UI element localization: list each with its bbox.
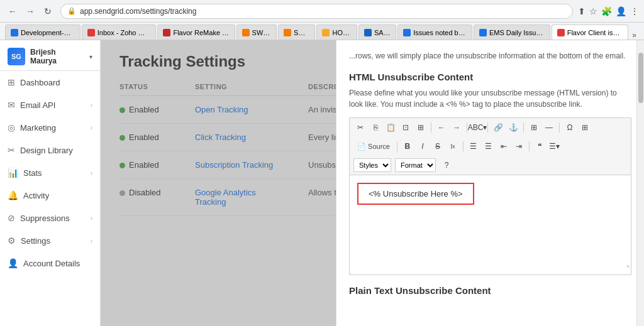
- url-text: app.sendgrid.com/settings/tracking: [80, 7, 196, 16]
- unordered-list-button[interactable]: ☰: [482, 139, 496, 153]
- source-button[interactable]: 📄 Source: [353, 139, 394, 153]
- tab-label: Issues noted by Jig...: [413, 29, 467, 36]
- tab-favicon: [403, 29, 411, 36]
- chevron-right-icon: ›: [91, 215, 92, 222]
- sidebar-item-design-library[interactable]: ✂ Design Library: [0, 139, 100, 161]
- sidebar-item-marketing[interactable]: ◎ Marketing ›: [0, 116, 100, 139]
- hline-button[interactable]: —: [542, 121, 556, 134]
- ordered-list-button[interactable]: ☰: [467, 139, 480, 153]
- more-icon[interactable]: ⋮: [630, 6, 639, 16]
- link-button[interactable]: 🔗: [491, 121, 505, 134]
- special-char-button[interactable]: Ω: [563, 121, 577, 134]
- redo-button[interactable]: →: [450, 121, 464, 134]
- blockquote-button[interactable]: ❝: [533, 139, 547, 153]
- paste-button[interactable]: 📋: [384, 121, 397, 134]
- tab-dev-gene[interactable]: Development-Gene...: [5, 24, 80, 40]
- sidebar-item-suppressions[interactable]: ⊘ Suppressions ›: [0, 207, 100, 229]
- maximize-button[interactable]: ⊞: [578, 121, 592, 134]
- settings-icon: ⚙: [8, 236, 16, 246]
- sidebar-item-label: Design Library: [20, 146, 73, 155]
- scrollbar[interactable]: [636, 40, 644, 326]
- scrollbar-thumb[interactable]: [638, 53, 643, 103]
- separator: [487, 122, 488, 133]
- tab-label: SPICY: [294, 29, 309, 36]
- cut-button[interactable]: ✂: [353, 121, 367, 134]
- tab-flavor-client[interactable]: Flavor Client issue T...: [552, 24, 629, 40]
- italic-button[interactable]: I: [416, 139, 430, 153]
- forward-button[interactable]: →: [23, 4, 38, 19]
- paste-word-button[interactable]: ⊞: [414, 121, 428, 134]
- tab-label: Inbox - Zoho Mail (j...: [97, 29, 151, 36]
- tab-issues[interactable]: Issues noted by Jig...: [397, 24, 472, 40]
- undo-button[interactable]: ←: [435, 121, 448, 134]
- tab-label: EMS Daily Issue Re...: [489, 29, 545, 36]
- unsubscribe-placeholder: <% Unsubscribe Here %>: [357, 183, 474, 205]
- help-button[interactable]: ?: [440, 158, 453, 172]
- sidebar-item-dashboard[interactable]: ⊞ Dashboard: [0, 71, 100, 94]
- tab-favicon: [479, 29, 487, 36]
- plain-text-section: Plain Text Unsubscribe Content: [349, 285, 631, 296]
- content-area: ✔ Success! Tracking Settings STATUS SETT…: [101, 40, 644, 326]
- chevron-down-icon[interactable]: ▾: [89, 53, 92, 60]
- extensions-icon[interactable]: 🧩: [601, 6, 612, 16]
- tab-label: Development-Gene...: [21, 29, 75, 36]
- tab-honey[interactable]: HONEY: [316, 24, 357, 40]
- overlay-panel: ...rows, we will simply place the unsubs…: [336, 40, 644, 326]
- tab-spicy[interactable]: SPICY: [278, 24, 315, 40]
- browser-actions: ⬆ ☆ 🧩 👤 ⋮: [578, 6, 639, 16]
- table-button[interactable]: ⊞: [527, 121, 541, 134]
- tab-favicon: [364, 29, 372, 36]
- tab-favicon: [557, 29, 565, 36]
- bold-button[interactable]: B: [401, 139, 414, 153]
- copy-button[interactable]: ⎘: [369, 121, 382, 134]
- nav-buttons: ← → ↻: [5, 4, 55, 19]
- back-button[interactable]: ←: [5, 4, 20, 19]
- paste-plain-button[interactable]: ⊡: [399, 121, 413, 134]
- editor-body[interactable]: <% Unsubscribe Here %> ⌝: [349, 175, 631, 275]
- separator: [463, 141, 464, 151]
- tab-favicon: [87, 29, 95, 36]
- editor-toolbar-styles: Styles Format ?: [349, 156, 631, 175]
- tab-salty[interactable]: SALTY: [358, 24, 396, 40]
- chevron-right-icon: ›: [91, 102, 92, 109]
- language-button[interactable]: ☰▾: [548, 139, 562, 153]
- spellcheck-button[interactable]: ABC▾: [470, 121, 484, 134]
- sidebar-item-label: Settings: [21, 236, 50, 246]
- editor-content[interactable]: <% Unsubscribe Here %>: [350, 175, 631, 263]
- suppressions-icon: ⊘: [8, 213, 15, 223]
- decrease-indent-button[interactable]: ⇤: [497, 139, 511, 153]
- separator: [523, 122, 524, 133]
- tab-label: SALTY: [374, 29, 391, 36]
- sidebar-item-activity[interactable]: 🔔 Activity: [0, 184, 100, 207]
- sidebar-item-email-api[interactable]: ✉ Email API ›: [0, 94, 100, 116]
- tab-favicon: [11, 29, 18, 36]
- sidebar-item-settings[interactable]: ⚙ Settings ›: [0, 229, 100, 252]
- styles-select[interactable]: Styles: [353, 158, 391, 172]
- bookmark-icon[interactable]: ☆: [589, 6, 597, 16]
- resize-handle[interactable]: ⌝: [626, 264, 630, 273]
- sidebar-item-label: Activity: [23, 191, 49, 200]
- activity-icon: 🔔: [8, 190, 18, 200]
- increase-indent-button[interactable]: ⇥: [512, 139, 526, 153]
- sidebar-item-label: Suppressions: [20, 214, 70, 223]
- refresh-button[interactable]: ↻: [40, 4, 55, 19]
- share-icon[interactable]: ⬆: [578, 6, 586, 16]
- sidebar-item-label: Email API: [20, 101, 55, 110]
- address-bar[interactable]: 🔒 app.sendgrid.com/settings/tracking: [60, 4, 573, 19]
- chevron-right-icon: ›: [91, 237, 92, 244]
- tab-sweet[interactable]: SWEET: [236, 24, 277, 40]
- tab-ems[interactable]: EMS Daily Issue Re...: [474, 24, 550, 40]
- sidebar-item-account-details[interactable]: 👤 Account Details: [0, 252, 100, 274]
- strikethrough-button[interactable]: S: [431, 139, 445, 153]
- tab-favicon: [322, 29, 330, 36]
- profile-icon[interactable]: 👤: [616, 6, 626, 16]
- anchor-button[interactable]: ⚓: [506, 121, 520, 134]
- format-select[interactable]: Format: [395, 158, 436, 172]
- tab-flavor[interactable]: Flavor ReMake | Tre...: [157, 24, 235, 40]
- sidebar-item-label: Account Details: [23, 259, 80, 268]
- more-tabs-icon[interactable]: »: [630, 31, 639, 40]
- marketing-icon: ◎: [8, 122, 15, 133]
- sidebar-item-stats[interactable]: 📊 Stats ›: [0, 161, 100, 184]
- tab-zoho[interactable]: Inbox - Zoho Mail (j...: [82, 24, 157, 40]
- remove-format-button[interactable]: Ix: [446, 139, 460, 153]
